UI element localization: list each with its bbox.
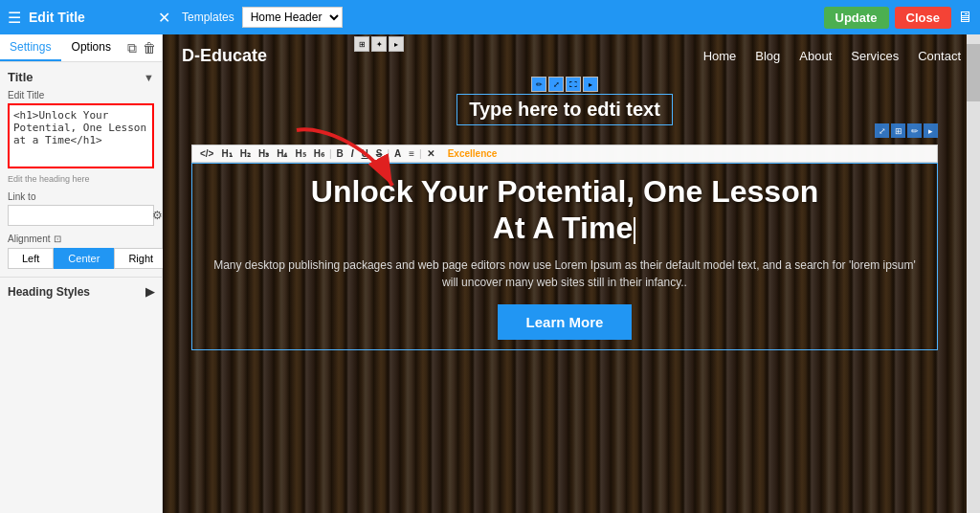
close-button[interactable]: Close xyxy=(895,7,951,29)
clear-format-button[interactable]: ✕ xyxy=(424,147,437,160)
block-more-icon[interactable]: ▸ xyxy=(924,123,938,138)
delete-icon[interactable]: 🗑 xyxy=(143,40,156,56)
close-x-button[interactable]: ✕ xyxy=(158,9,170,27)
heading-styles-chevron-icon: ▶ xyxy=(145,285,154,299)
canvas-scrollbar[interactable] xyxy=(967,34,980,513)
tab-options[interactable]: Options xyxy=(61,34,122,61)
h5-button[interactable]: H₅ xyxy=(292,147,308,160)
h1-button[interactable]: H₁ xyxy=(218,147,234,160)
section-title-label: Title xyxy=(8,70,33,84)
h3-button[interactable]: H₃ xyxy=(256,147,272,160)
sidebar-tabs: Settings Options ⧉ 🗑 xyxy=(0,34,162,62)
canvas-brand: D-Educate xyxy=(182,46,703,66)
align-right-button[interactable]: Right xyxy=(114,248,167,269)
canvas-scroll-thumb[interactable] xyxy=(967,44,980,101)
nav-link-about[interactable]: About xyxy=(799,49,832,63)
nav-link-home[interactable]: Home xyxy=(703,49,737,63)
link-to-row: ⚙ xyxy=(8,205,154,226)
main-subtext: Many desktop publishing packages and web… xyxy=(206,256,924,291)
align-left-button[interactable]: Left xyxy=(8,248,54,269)
top-bar: ☰ Edit Title ✕ Templates Home Header Upd… xyxy=(0,0,980,34)
dots-icon[interactable]: ▸ xyxy=(583,77,598,92)
italic-button[interactable]: I xyxy=(348,147,357,160)
nav-link-contact[interactable]: Contact xyxy=(918,49,961,63)
section-title-row: Title ▼ xyxy=(8,70,154,84)
font-color-button[interactable]: A xyxy=(391,147,404,160)
block-move-icon[interactable]: ⤢ xyxy=(875,123,889,138)
hamburger-icon[interactable]: ☰ xyxy=(8,9,21,27)
edit-pencil-icon[interactable]: ✏ xyxy=(531,77,546,92)
main-layout: Settings Options ⧉ 🗑 Title ▼ Edit Title … xyxy=(0,34,980,513)
h2-button[interactable]: H₂ xyxy=(237,147,254,160)
sidebar-title-section: Title ▼ Edit Title <h1>Unlock Your Poten… xyxy=(0,62,162,277)
brand-settings-icon[interactable]: ▸ xyxy=(389,36,404,52)
align-center-button[interactable]: Center xyxy=(54,248,114,269)
copy-icon[interactable]: ⧉ xyxy=(127,40,137,56)
template-select[interactable]: Home Header xyxy=(242,7,343,28)
cursor-indicator xyxy=(634,217,635,244)
brand-edit-icon[interactable]: ⊞ xyxy=(354,36,369,52)
type-here-zone[interactable]: Type here to edti text xyxy=(457,94,673,125)
page-title: Edit Title xyxy=(29,10,85,25)
nav-link-blog[interactable]: Blog xyxy=(755,49,780,63)
expand-icon[interactable]: ⛶ xyxy=(566,77,581,92)
alignment-buttons: Left Center Right xyxy=(8,248,154,269)
brand-move-icon[interactable]: ✦ xyxy=(371,36,387,52)
learn-more-button[interactable]: Learn More xyxy=(498,304,633,340)
underline-button[interactable]: U xyxy=(359,147,371,160)
link-to-label: Link to xyxy=(8,191,154,202)
sep1: | xyxy=(329,148,332,159)
templates-label: Templates xyxy=(182,11,234,24)
canvas-nav-links: Home Blog About Services Contact xyxy=(703,49,961,63)
update-button[interactable]: Update xyxy=(824,7,889,29)
chevron-down-icon[interactable]: ▼ xyxy=(144,72,154,83)
block-edit-icon[interactable]: ✏ xyxy=(907,123,922,138)
h4-button[interactable]: H₄ xyxy=(274,147,290,160)
edit-title-textarea[interactable]: <h1>Unlock Your Potential, One Lesson at… xyxy=(8,103,154,168)
main-content-block[interactable]: Unlock Your Potential, One Lesson At A T… xyxy=(191,163,938,350)
alignment-info-icon: ⊡ xyxy=(54,234,61,244)
canvas-area: D-Educate Home Blog About Services Conta… xyxy=(163,34,980,513)
tab-settings[interactable]: Settings xyxy=(0,34,61,61)
heading-styles-row[interactable]: Heading Styles ▶ xyxy=(0,277,162,306)
sidebar: Settings Options ⧉ 🗑 Title ▼ Edit Title … xyxy=(0,34,163,513)
field-hint: Edit the heading here xyxy=(8,174,154,184)
excellence-badge-inline: Excellence xyxy=(445,147,501,160)
monitor-icon: 🖥 xyxy=(957,9,972,26)
strikethrough-button[interactable]: S xyxy=(373,147,386,160)
code-icon[interactable]: </> xyxy=(197,147,216,160)
sep3: | xyxy=(419,148,422,159)
heading-styles-label: Heading Styles xyxy=(8,285,90,299)
bold-button[interactable]: B xyxy=(333,147,345,160)
type-here-text: Type here to edti text xyxy=(469,99,660,120)
move-icon[interactable]: ⤢ xyxy=(548,77,564,92)
h6-button[interactable]: H₆ xyxy=(311,147,327,160)
edit-title-field-label: Edit Title xyxy=(8,90,154,100)
block-settings-icon[interactable]: ⊞ xyxy=(891,123,905,138)
sep2: | xyxy=(387,148,390,159)
main-heading: Unlock Your Potential, One Lesson At A T… xyxy=(206,173,924,247)
nav-link-services[interactable]: Services xyxy=(851,49,899,63)
font-size-button[interactable]: ≡ xyxy=(406,147,417,160)
top-bar-center: Templates Home Header xyxy=(170,7,824,28)
link-to-input[interactable] xyxy=(9,207,148,224)
canvas-nav: D-Educate Home Blog About Services Conta… xyxy=(163,34,980,77)
brand-icon-toolbar: ⊞ ✦ ▸ xyxy=(354,36,404,52)
top-bar-left: ☰ Edit Title ✕ xyxy=(8,9,170,27)
top-bar-right: Update Close 🖥 xyxy=(824,7,972,29)
alignment-label: Alignment ⊡ xyxy=(8,234,154,244)
